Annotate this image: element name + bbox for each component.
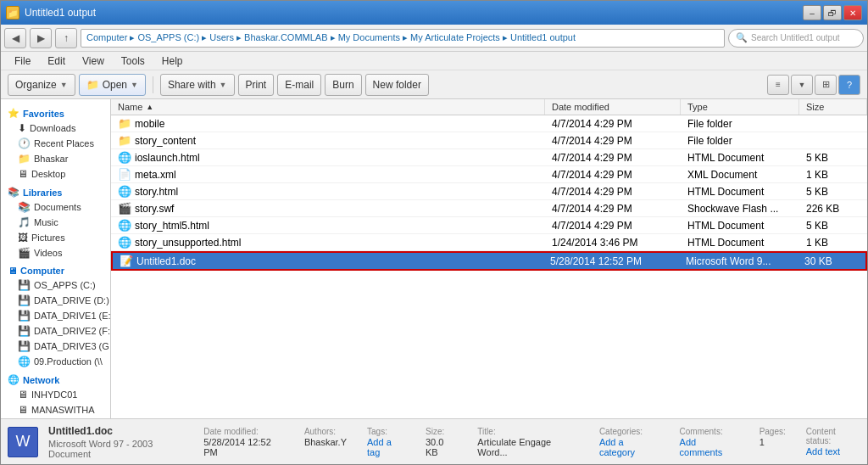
favorites-icon: ⭐ bbox=[8, 108, 19, 119]
file-cell-size: 1 KB bbox=[799, 234, 867, 250]
sidebar-item-e-drive[interactable]: 💾 DATA_DRIVE1 (E: bbox=[1, 308, 110, 323]
menu-view[interactable]: View bbox=[75, 53, 111, 69]
sidebar-favorites-header[interactable]: ⭐ Favorites bbox=[1, 106, 110, 120]
network-icon: 🌐 bbox=[8, 374, 19, 385]
table-row[interactable]: 📝 Untitled1.doc 5/28/2014 12:52 PM Micro… bbox=[111, 251, 867, 271]
view-dropdown-button[interactable]: ▼ bbox=[791, 75, 813, 95]
file-cell-type: HTML Document bbox=[681, 217, 799, 233]
status-date-value: 5/28/2014 12:52 PM bbox=[203, 437, 284, 457]
file-size: 5 KB bbox=[806, 186, 828, 198]
file-type: HTML Document bbox=[687, 186, 764, 198]
manaswitha-label: MANASWITHA bbox=[31, 405, 95, 415]
email-label: E-mail bbox=[285, 79, 314, 91]
sidebar-libraries-header[interactable]: 📚 Libraries bbox=[1, 185, 110, 199]
sidebar-item-recent-places[interactable]: 🕐 Recent Places bbox=[1, 136, 110, 151]
address-path[interactable]: Computer ▸ OS_APPS (C:) ▸ Users ▸ Bhaska… bbox=[81, 29, 725, 48]
sidebar-item-manaswitha[interactable]: 🖥 MANASWITHA bbox=[1, 402, 110, 417]
sidebar-item-inhydc01[interactable]: 🖥 INHYDC01 bbox=[1, 387, 110, 402]
sidebar-network-section: 🌐 Network 🖥 INHYDC01 🖥 MANASWITHA 🖥 MANI… bbox=[1, 373, 110, 418]
status-content-status-label: Content status: bbox=[806, 427, 860, 445]
sidebar-item-g-drive[interactable]: 💾 DATA_DRIVE3 (G bbox=[1, 339, 110, 354]
status-title-label: Title: bbox=[477, 427, 579, 436]
sidebar-computer-section: 🖥 Computer 💾 OS_APPS (C:) 💾 DATA_DRIVE (… bbox=[1, 264, 110, 369]
file-icon: 📁 bbox=[118, 134, 131, 147]
window-icon: 📁 bbox=[6, 6, 19, 20]
sidebar-item-d-drive[interactable]: 💾 DATA_DRIVE (D:) bbox=[1, 293, 110, 308]
search-box[interactable]: 🔍 Search Untitled1 output bbox=[728, 29, 864, 48]
restore-button[interactable]: 🗗 bbox=[823, 5, 842, 20]
col-name[interactable]: Name ▲ bbox=[111, 99, 545, 115]
desktop-icon: 🖥 bbox=[18, 168, 28, 180]
table-row[interactable]: 🌐 story_unsupported.html 1/24/2014 3:46 … bbox=[111, 234, 867, 251]
sidebar-computer-header[interactable]: 🖥 Computer bbox=[1, 264, 110, 277]
file-type: HTML Document bbox=[687, 220, 764, 232]
open-button[interactable]: 📁 Open ▼ bbox=[79, 74, 146, 96]
file-cell-type: HTML Document bbox=[681, 183, 799, 199]
menu-tools[interactable]: Tools bbox=[114, 53, 152, 69]
col-size[interactable]: Size bbox=[799, 99, 867, 115]
sidebar-item-f-drive[interactable]: 💾 DATA_DRIVE2 (F: bbox=[1, 323, 110, 339]
sidebar-item-downloads[interactable]: ⬇ Downloads bbox=[1, 120, 110, 136]
search-placeholder: Search Untitled1 output bbox=[751, 33, 840, 42]
print-button[interactable]: Print bbox=[238, 74, 275, 96]
file-icon: 📁 bbox=[118, 117, 131, 130]
sidebar-item-c-drive[interactable]: 💾 OS_APPS (C:) bbox=[1, 277, 110, 293]
sidebar-item-documents[interactable]: 📚 Documents bbox=[1, 199, 110, 215]
file-cell-date: 4/7/2014 4:29 PM bbox=[545, 149, 681, 165]
file-icon: 🎬 bbox=[118, 202, 131, 215]
back-button[interactable]: ◀ bbox=[4, 28, 26, 48]
view-details-button[interactable]: ⊞ bbox=[815, 75, 837, 95]
menu-help[interactable]: Help bbox=[155, 53, 190, 69]
d-drive-icon: 💾 bbox=[18, 294, 31, 306]
table-row[interactable]: 🎬 story.swf 4/7/2014 4:29 PM Shockwave F… bbox=[111, 200, 867, 217]
file-icon: 🌐 bbox=[118, 236, 131, 249]
new-folder-button[interactable]: New folder bbox=[365, 74, 429, 96]
col-date-modified[interactable]: Date modified bbox=[545, 99, 681, 115]
organize-button[interactable]: Organize ▼ bbox=[8, 74, 75, 96]
status-categories-value: Add a category bbox=[599, 437, 659, 457]
help-button[interactable]: ? bbox=[838, 75, 860, 95]
sidebar-item-desktop[interactable]: 🖥 Desktop bbox=[1, 166, 110, 182]
file-type: Microsoft Word 9... bbox=[686, 255, 771, 267]
sidebar-item-bhaskar[interactable]: 📁 Bhaskar bbox=[1, 151, 110, 166]
forward-button[interactable]: ▶ bbox=[30, 28, 52, 48]
e-drive-icon: 💾 bbox=[18, 310, 31, 322]
burn-button[interactable]: Burn bbox=[325, 74, 361, 96]
share-with-button[interactable]: Share with ▼ bbox=[160, 74, 235, 96]
pictures-icon: 🖼 bbox=[18, 232, 28, 244]
email-button[interactable]: E-mail bbox=[277, 74, 321, 96]
sidebar-network-header[interactable]: 🌐 Network bbox=[1, 373, 110, 387]
file-cell-date: 4/7/2014 4:29 PM bbox=[545, 217, 681, 233]
table-row[interactable]: 🌐 story.html 4/7/2014 4:29 PM HTML Docum… bbox=[111, 183, 867, 200]
file-size: 30 KB bbox=[804, 255, 832, 267]
table-row[interactable]: 🌐 story_html5.html 4/7/2014 4:29 PM HTML… bbox=[111, 217, 867, 234]
toolbar-sep-1 bbox=[153, 76, 153, 93]
close-button[interactable]: ✕ bbox=[843, 5, 862, 20]
desktop-label: Desktop bbox=[31, 169, 65, 179]
status-pages-value: 1 bbox=[760, 437, 786, 447]
sidebar-item-09-production[interactable]: 🌐 09.Production (\\ bbox=[1, 354, 110, 369]
table-row[interactable]: 📄 meta.xml 4/7/2014 4:29 PM XML Document… bbox=[111, 166, 867, 183]
file-cell-date: 4/7/2014 4:29 PM bbox=[545, 183, 681, 199]
organize-arrow: ▼ bbox=[60, 81, 68, 89]
menu-file[interactable]: File bbox=[8, 53, 37, 69]
sidebar-item-videos[interactable]: 🎬 Videos bbox=[1, 245, 110, 261]
file-date: 4/7/2014 4:29 PM bbox=[552, 135, 632, 147]
col-type[interactable]: Type bbox=[681, 99, 799, 115]
file-icon: 📄 bbox=[118, 168, 131, 181]
bhaskar-label: Bhaskar bbox=[34, 154, 68, 164]
table-row[interactable]: 📁 mobile 4/7/2014 4:29 PM File folder bbox=[111, 115, 867, 132]
up-button[interactable]: ↑ bbox=[55, 28, 77, 48]
view-list-button[interactable]: ≡ bbox=[767, 75, 789, 95]
table-row[interactable]: 📁 story_content 4/7/2014 4:29 PM File fo… bbox=[111, 132, 867, 149]
menu-edit[interactable]: Edit bbox=[41, 53, 72, 69]
table-row[interactable]: 🌐 ioslaunch.html 4/7/2014 4:29 PM HTML D… bbox=[111, 149, 867, 166]
col-name-label: Name bbox=[118, 102, 142, 112]
file-cell-type: Microsoft Word 9... bbox=[679, 253, 798, 269]
minimize-button[interactable]: – bbox=[803, 5, 821, 20]
sidebar-item-pictures[interactable]: 🖼 Pictures bbox=[1, 230, 110, 245]
sidebar-item-music[interactable]: 🎵 Music bbox=[1, 215, 110, 230]
window-title: Untitled1 output bbox=[25, 7, 96, 19]
main-area: ⭐ Favorites ⬇ Downloads 🕐 Recent Places … bbox=[1, 99, 867, 418]
status-authors: Authors: Bhaskar.Y bbox=[304, 427, 347, 457]
